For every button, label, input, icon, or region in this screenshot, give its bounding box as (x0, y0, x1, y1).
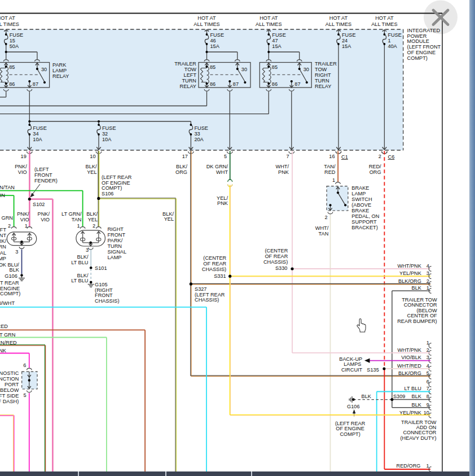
svg-text:BLK/: BLK/ (86, 211, 98, 217)
svg-text:TAN: TAN (319, 231, 329, 237)
svg-text:PARK/: PARK/ (0, 238, 6, 244)
svg-text:50A: 50A (10, 43, 19, 49)
svg-text:S327: S327 (195, 286, 206, 292)
svg-text:3: 3 (426, 270, 429, 276)
svg-text:1: 1 (332, 177, 335, 183)
svg-text:2: 2 (8, 223, 11, 229)
svg-text:1: 1 (426, 463, 429, 469)
svg-text:TRAILER: TRAILER (315, 61, 337, 67)
svg-text:COMPT): COMPT) (0, 291, 20, 296)
svg-text:YEL: YEL (164, 216, 174, 222)
svg-text:BLK/: BLK/ (162, 211, 174, 217)
svg-text:(BELOW: (BELOW (0, 387, 19, 393)
svg-text:NK: NK (0, 348, 7, 353)
svg-text:S106: S106 (102, 191, 113, 196)
svg-text:LT BLU: LT BLU (71, 278, 88, 283)
svg-text:LEFT: LEFT (184, 72, 197, 78)
svg-text:2: 2 (93, 223, 95, 229)
svg-text:(HEAVY DUTY): (HEAVY DUTY) (401, 435, 437, 441)
svg-text:F DASH): F DASH) (0, 399, 19, 404)
svg-text:MODULE: MODULE (407, 38, 429, 44)
svg-text:LAMP: LAMP (0, 256, 6, 261)
svg-text:WHT/PNK: WHT/PNK (398, 263, 422, 269)
svg-text:7: 7 (286, 154, 289, 159)
svg-text:PARK: PARK (52, 62, 67, 68)
svg-text:CHASSIS): CHASSIS) (95, 298, 119, 304)
svg-text:S101: S101 (95, 265, 107, 271)
svg-text:(CENTER: (CENTER (265, 248, 288, 254)
svg-text:S102: S102 (33, 202, 45, 207)
svg-text:YEL: YEL (88, 217, 98, 222)
svg-text:COMPT): COMPT) (102, 185, 122, 191)
svg-text:FUSE: FUSE (210, 32, 225, 38)
svg-text:RN/RED: RN/RED (0, 340, 17, 346)
svg-text:86: 86 (9, 81, 15, 87)
svg-text:7: 7 (426, 386, 429, 391)
svg-text:BLK/ORG: BLK/ORG (398, 370, 421, 376)
svg-text:PNK: PNK (278, 169, 289, 175)
svg-text:ALL TIMES: ALL TIMES (256, 21, 282, 27)
svg-text:5: 5 (224, 154, 227, 159)
svg-text:ALL TIMES: ALL TIMES (193, 21, 219, 27)
svg-text:3: 3 (426, 355, 429, 360)
svg-text:1: 1 (426, 285, 429, 291)
svg-text:(BELOW: (BELOW (416, 308, 437, 313)
svg-text:NCTION: NCTION (0, 376, 19, 382)
svg-text:GRN: GRN (2, 215, 13, 221)
svg-text:HOT AT: HOT AT (0, 15, 15, 21)
svg-text:POWER: POWER (407, 33, 427, 39)
svg-text:CHASSIS): CHASSIS) (195, 297, 219, 303)
svg-text:YEL/PNK: YEL/PNK (399, 410, 422, 416)
svg-text:5: 5 (426, 370, 429, 376)
svg-text:SUPPORT: SUPPORT (351, 219, 377, 225)
svg-text:86: 86 (210, 81, 215, 87)
svg-text:RIGHT: RIGHT (315, 72, 331, 78)
svg-text:86: 86 (272, 81, 278, 87)
svg-text:19: 19 (21, 154, 27, 159)
svg-text:17: 17 (182, 154, 188, 159)
svg-text:47: 47 (272, 38, 278, 43)
svg-text:TURN: TURN (182, 78, 196, 84)
svg-text:TURN: TURN (0, 244, 6, 250)
svg-text:34: 34 (33, 131, 38, 137)
svg-text:OF ENGINE: OF ENGINE (407, 50, 436, 55)
svg-text:FENDER): FENDER) (34, 178, 58, 184)
svg-text:LT GRN: LT GRN (0, 332, 15, 338)
svg-text:ALL TIMES: ALL TIMES (371, 21, 397, 27)
svg-text:GRN/TAN: GRN/TAN (0, 185, 15, 190)
svg-text:C1: C1 (341, 154, 348, 160)
svg-text:(ABOVE: (ABOVE (351, 202, 371, 208)
svg-text:YEL/: YEL/ (217, 195, 228, 201)
svg-text:SIGNAL: SIGNAL (107, 249, 126, 255)
svg-text:G105: G105 (95, 282, 107, 287)
svg-text:LT GRN/: LT GRN/ (61, 211, 82, 217)
svg-text:2: 2 (379, 154, 381, 159)
svg-text:(LEFT REAR: (LEFT REAR (335, 421, 366, 426)
svg-text:4: 4 (426, 363, 429, 369)
svg-text:1: 1 (25, 223, 28, 229)
svg-text:WHT/: WHT/ (315, 225, 329, 231)
svg-text:2: 2 (324, 215, 327, 220)
svg-text:VIO/BLK: VIO/BLK (401, 355, 422, 360)
svg-text:ALL TIMES: ALL TIMES (0, 21, 19, 27)
svg-text:HOT AT: HOT AT (375, 15, 394, 21)
svg-text:RED/ORG: RED/ORG (397, 463, 421, 469)
svg-text:S331: S331 (214, 273, 226, 279)
svg-text:BLK/: BLK/ (77, 254, 89, 260)
svg-text:ALL TIMES: ALL TIMES (326, 21, 351, 27)
svg-text:HOT AT: HOT AT (197, 15, 216, 21)
svg-text:TOW: TOW (315, 67, 327, 72)
svg-text:TURN: TURN (107, 243, 122, 249)
svg-text:ENGINE: ENGINE (0, 286, 20, 291)
svg-text:PNK/: PNK/ (17, 211, 29, 217)
svg-text:FT SIDE: FT SIDE (0, 393, 19, 399)
svg-text:85: 85 (272, 64, 278, 70)
svg-text:FUSE: FUSE (272, 32, 286, 38)
svg-text:BLK: BLK (412, 402, 422, 408)
svg-text:5: 5 (23, 392, 26, 398)
svg-text:(LEFT: (LEFT (34, 167, 49, 172)
svg-text:RELAY: RELAY (315, 84, 331, 89)
svg-text:TAN/: TAN/ (324, 164, 336, 169)
svg-text:ORG: ORG (370, 169, 381, 175)
svg-text:CENTER OF: CENTER OF (407, 313, 437, 318)
